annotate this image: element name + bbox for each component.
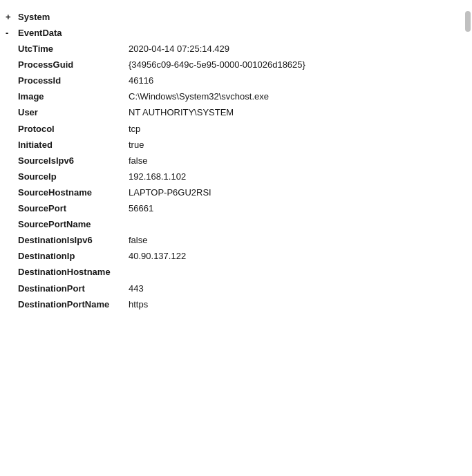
field-name: DestinationPort (18, 281, 129, 296)
field-value: 192.168.1.102 (129, 169, 186, 184)
table-row: DestinationPort443 (18, 280, 466, 296)
field-name: DestinationIp (18, 249, 129, 264)
table-row: DestinationIp40.90.137.122 (18, 249, 466, 265)
table-row: SourceHostnameLAPTOP-P6GU2RSI (18, 184, 466, 200)
field-name: SourceIsIpv6 (18, 153, 129, 169)
field-value: https (129, 297, 148, 312)
table-row: ImageC:\Windows\System32\svchost.exe (18, 89, 466, 105)
table-row: UtcTime2020-04-14 07:25:14.429 (18, 41, 466, 57)
field-name: SourcePortName (18, 217, 129, 232)
field-value: true (129, 137, 144, 153)
field-name: UtcTime (18, 41, 129, 57)
field-value: tcp (129, 122, 140, 137)
field-name: Protocol (18, 122, 129, 137)
table-row: SourcePort56661 (18, 201, 466, 217)
system-label: System (18, 10, 50, 25)
field-name: SourceHostname (18, 185, 129, 200)
event-data-fields: UtcTime2020-04-14 07:25:14.429ProcessGui… (18, 41, 466, 313)
field-name: Initiated (18, 137, 129, 153)
field-value: C:\Windows\System32\svchost.exe (129, 89, 269, 104)
table-row: SourceIp192.168.1.102 (18, 169, 466, 184)
field-name: DestinationIsIpv6 (18, 233, 129, 248)
field-value: 46116 (129, 73, 153, 88)
table-row: SourcePortName (18, 217, 466, 233)
field-value: {34956c09-649c-5e95-0000-001026d18625} (129, 57, 305, 73)
scrollbar[interactable] (465, 11, 471, 32)
field-value: NT AUTHORITY\SYSTEM (129, 105, 234, 120)
field-name: User (18, 105, 129, 120)
table-row: Protocoltcp (18, 121, 466, 137)
table-row: DestinationPortNamehttps (18, 296, 466, 312)
table-row: ProcessId46116 (18, 73, 466, 89)
table-row: DestinationIsIpv6false (18, 233, 466, 249)
table-row: ProcessGuid{34956c09-649c-5e95-0000-0010… (18, 57, 466, 73)
field-value: 56661 (129, 201, 153, 216)
field-value: 2020-04-14 07:25:14.429 (129, 41, 229, 57)
field-name: DestinationHostname (18, 265, 129, 280)
field-value: false (129, 153, 147, 169)
field-name: SourceIp (18, 169, 129, 184)
field-value: 40.90.137.122 (129, 249, 186, 264)
field-value: false (129, 233, 147, 248)
field-value: LAPTOP-P6GU2RSI (129, 185, 211, 200)
eventdata-label: EventData (18, 26, 62, 41)
table-row: UserNT AUTHORITY\SYSTEM (18, 105, 466, 121)
field-name: SourcePort (18, 201, 129, 216)
table-row: SourceIsIpv6false (18, 153, 466, 169)
table-row: Initiatedtrue (18, 137, 466, 153)
field-name: DestinationPortName (18, 297, 129, 312)
field-value: 443 (129, 281, 144, 296)
field-name: ProcessId (18, 73, 129, 88)
field-name: ProcessGuid (18, 57, 129, 73)
eventdata-row: - EventData (6, 26, 466, 41)
table-row: DestinationHostname (18, 265, 466, 280)
eventdata-toggle[interactable]: - (6, 26, 15, 41)
system-row: + System (6, 10, 466, 26)
tree-container: + System - EventData UtcTime2020-04-14 0… (0, 6, 472, 316)
field-name: Image (18, 89, 129, 104)
system-toggle[interactable]: + (6, 10, 15, 25)
